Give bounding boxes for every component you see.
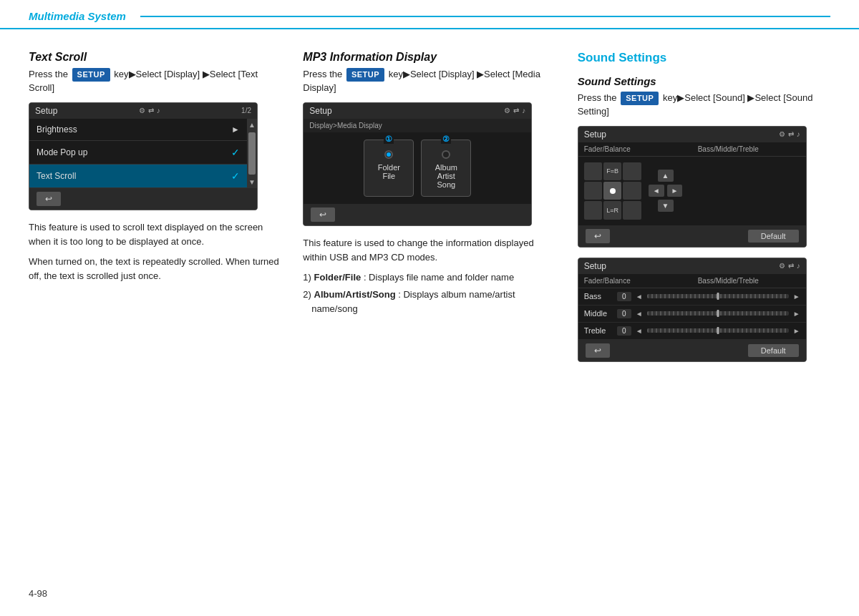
bass-slider[interactable] bbox=[647, 294, 789, 298]
sound-col-headers-1: Fader/Balance Bass/Middle/Treble bbox=[578, 142, 806, 157]
page-number: 4-98 bbox=[29, 588, 47, 599]
header-title: Multimedia System bbox=[29, 10, 140, 22]
middle-label: Middle bbox=[584, 309, 613, 318]
setup-screen-1: Setup ⚙ ⇄ ♪ 1/2 Brightness ► Mode Pop up bbox=[29, 102, 258, 210]
setup-button-3[interactable]: SETUP bbox=[621, 92, 659, 105]
treble-arrow-right[interactable]: ► bbox=[793, 327, 800, 335]
main-content: Text Scroll Press the SETUP key▶Select [… bbox=[0, 29, 859, 393]
eq-row-bass: Bass 0 ◄ ► bbox=[578, 288, 806, 305]
text-scroll-label: Text Scroll bbox=[37, 171, 76, 181]
fader-cell-br bbox=[623, 201, 641, 219]
sound-screen-bottom-1: ↩ Default bbox=[578, 225, 806, 247]
list1-prefix: 1) bbox=[303, 272, 311, 283]
setup-screen-2: Setup ⚙ ⇄ ♪ Display>Media Display ① Fold… bbox=[303, 102, 532, 226]
text-scroll-title: Text Scroll bbox=[29, 51, 281, 64]
mode-popup-label: Mode Pop up bbox=[37, 147, 87, 157]
back-button-2[interactable]: ↩ bbox=[311, 207, 335, 222]
screen-icons-1: ⚙ ⇄ ♪ bbox=[139, 107, 160, 114]
back-button-4[interactable]: ↩ bbox=[586, 343, 610, 358]
list2-prefix: 2) bbox=[303, 289, 311, 300]
screen-topbar-2: Setup ⚙ ⇄ ♪ bbox=[304, 103, 531, 119]
fader-cell-ml bbox=[584, 182, 602, 200]
col-sound-settings: Sound Settings Sound Settings Press the … bbox=[578, 51, 830, 372]
treble-slider[interactable] bbox=[647, 328, 789, 333]
brightness-arrow[interactable]: ► bbox=[231, 124, 240, 135]
bass-arrow-left[interactable]: ◄ bbox=[636, 293, 643, 300]
mp3-label-1: Folder File bbox=[374, 163, 403, 180]
mp3-option-album[interactable]: ② Album Artist Song bbox=[421, 140, 471, 197]
scroll-down-1[interactable]: ▼ bbox=[248, 176, 256, 188]
fader-right-btn[interactable]: ► bbox=[667, 185, 683, 197]
fader-left-btn[interactable]: ◄ bbox=[649, 185, 664, 197]
middle-arrow-right[interactable]: ► bbox=[793, 310, 800, 318]
back-button-3[interactable]: ↩ bbox=[586, 229, 610, 243]
header: Multimedia System bbox=[0, 0, 859, 29]
fader-cell-tr bbox=[623, 162, 641, 180]
brightness-label: Brightness bbox=[37, 124, 77, 135]
settings-icon-4: ⚙ bbox=[779, 262, 785, 270]
setup-button-1[interactable]: SETUP bbox=[72, 68, 110, 82]
fader-cell-tc: F=B bbox=[603, 162, 621, 180]
bass-thumb bbox=[717, 293, 719, 300]
settings-icon: ⚙ bbox=[139, 107, 145, 114]
fader-arrows: ▲ ◄ ► ▼ bbox=[649, 170, 683, 212]
back-button-1[interactable]: ↩ bbox=[37, 192, 61, 206]
fader-up-btn[interactable]: ▲ bbox=[658, 170, 674, 182]
col-text-scroll: Text Scroll Press the SETUP key▶Select [… bbox=[29, 51, 303, 372]
mp3-display-title: MP3 Information Display bbox=[303, 51, 555, 64]
sound-settings-main-title: Sound Settings bbox=[578, 51, 830, 65]
mp3-breadcrumb: Display>Media Display bbox=[304, 119, 531, 132]
sound-instr-prefix: Press the bbox=[578, 92, 617, 103]
sound-icons-1: ⚙ ⇄ ♪ bbox=[779, 130, 800, 138]
mp3-instr-prefix: Press the bbox=[303, 69, 342, 79]
text-scroll-instruction: Press the SETUP key▶Select [Display] ▶Se… bbox=[29, 68, 281, 95]
fader-grid: F=B L=R bbox=[584, 162, 641, 220]
bass-arrow-right[interactable]: ► bbox=[793, 293, 800, 300]
eq-row-middle: Middle 0 ◄ ► bbox=[578, 305, 806, 323]
scroll-up-1[interactable]: ▲ bbox=[248, 119, 256, 131]
list2-label: Album/Artist/Song bbox=[314, 289, 396, 300]
sound-title-2: Setup bbox=[584, 261, 606, 271]
fader-cell-mr bbox=[623, 182, 641, 200]
usb-icon-4: ⇄ bbox=[788, 262, 794, 270]
fader-grid-container: F=B L=R bbox=[584, 162, 641, 220]
fader-dot bbox=[610, 188, 616, 194]
setup-button-2[interactable]: SETUP bbox=[346, 68, 384, 82]
default-button-1[interactable]: Default bbox=[748, 230, 799, 243]
col-label-bass2: Bass/Middle/Treble bbox=[692, 274, 806, 288]
screen-bottom-2: ↩ bbox=[304, 204, 531, 225]
bass-label: Bass bbox=[584, 292, 613, 300]
bass-value: 0 bbox=[617, 292, 631, 301]
fader-cell-tl bbox=[584, 162, 602, 180]
treble-thumb bbox=[717, 327, 719, 334]
mode-popup-check: ✓ bbox=[231, 147, 240, 158]
fb-label: F=B bbox=[606, 167, 618, 175]
sound-title-1: Setup bbox=[584, 129, 606, 140]
list-item-mode-popup: Mode Pop up ✓ bbox=[29, 141, 247, 165]
col-label-bass: Bass/Middle/Treble bbox=[692, 142, 806, 156]
middle-arrow-left[interactable]: ◄ bbox=[636, 310, 643, 318]
mp3-radio-1 bbox=[384, 150, 393, 159]
usb-icon-3: ⇄ bbox=[788, 130, 794, 138]
mp3-list2: 2) Album/Artist/Song : Displays album na… bbox=[303, 288, 555, 316]
music-icon-4: ♪ bbox=[797, 262, 800, 270]
lr-label: L=R bbox=[606, 207, 618, 214]
screen-list-1: Brightness ► Mode Pop up ✓ Text Scroll ✓ bbox=[29, 119, 247, 188]
settings-icon-2: ⚙ bbox=[504, 107, 510, 114]
middle-slider[interactable] bbox=[647, 311, 789, 316]
eq-row-treble: Treble 0 ◄ ► bbox=[578, 323, 806, 340]
mp3-option-folder[interactable]: ① Folder File bbox=[364, 140, 414, 197]
screen-body-1: Brightness ► Mode Pop up ✓ Text Scroll ✓… bbox=[29, 119, 257, 188]
mp3-instruction: Press the SETUP key▶Select [Display] ▶Se… bbox=[303, 68, 555, 95]
list-item-text-scroll: Text Scroll ✓ bbox=[29, 165, 247, 188]
scroll-thumb-1 bbox=[248, 132, 256, 175]
fader-cell-bl bbox=[584, 201, 602, 219]
sound-screen-1: Setup ⚙ ⇄ ♪ Fader/Balance Bass/Middle/Tr… bbox=[578, 126, 807, 248]
sound-instruction: Press the SETUP key▶Select [Sound] ▶Sele… bbox=[578, 92, 830, 119]
screen-title-1: Setup bbox=[35, 106, 57, 116]
mp3-list1: 1) Folder/File : Displays file name and … bbox=[303, 270, 555, 285]
treble-arrow-left[interactable]: ◄ bbox=[636, 327, 643, 335]
default-button-2[interactable]: Default bbox=[748, 344, 799, 357]
fader-down-btn[interactable]: ▼ bbox=[658, 200, 674, 212]
screen-topbar-1: Setup ⚙ ⇄ ♪ 1/2 bbox=[29, 103, 257, 119]
